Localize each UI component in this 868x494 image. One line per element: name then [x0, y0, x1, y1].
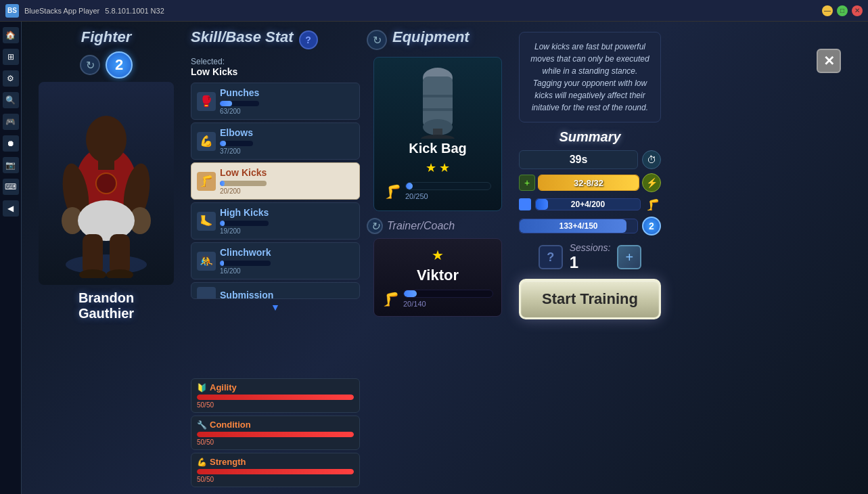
xp-bar-text: 133+4/150	[559, 221, 597, 231]
skill-progress-bar-fill	[536, 199, 548, 210]
punches-icon: 🥊	[197, 92, 216, 111]
kick-bag-stars: ★ ★	[426, 160, 450, 175]
trainer-star: ★	[432, 247, 444, 263]
elbows-label: Elbows	[220, 127, 253, 138]
punches-label: Punches	[220, 87, 259, 98]
agility-bar-bg	[197, 395, 354, 400]
timer-display: 39s	[519, 150, 638, 169]
equipment-section: ↻ Equipment	[367, 28, 509, 487]
low-kicks-bar-bg	[220, 181, 267, 186]
equipment-header: ↻ Equipment	[367, 28, 470, 51]
session-add-button[interactable]: +	[617, 245, 641, 269]
high-kicks-bar-label: 19/200	[220, 227, 269, 235]
trainer-label: Trainer/Coach	[387, 220, 455, 232]
high-kicks-bar-fill	[220, 221, 225, 226]
skills-section: Skill/Base Stat ? Selected: Low Kicks 🥊 …	[191, 28, 360, 487]
svg-rect-18	[423, 108, 453, 111]
skill-item-elbows[interactable]: 💪 Elbows 37/200	[191, 122, 360, 160]
timer-icon: ⏱	[642, 150, 661, 169]
skills-header: Skill/Base Stat ?	[191, 28, 360, 51]
window-controls: — □ ✕	[822, 5, 863, 16]
low-kicks-bar-label: 20/200	[220, 187, 267, 195]
minimize-button[interactable]: —	[822, 5, 833, 16]
app-logo: BS	[5, 4, 19, 18]
star-1: ★	[426, 160, 436, 175]
skills-help-button[interactable]: ?	[299, 30, 318, 49]
fighter-refresh-button[interactable]: ↻	[80, 55, 100, 75]
strength-label: 💪 Strength	[197, 457, 354, 467]
sidebar-macro-icon[interactable]: ⏺	[3, 135, 19, 152]
svg-rect-17	[423, 95, 453, 97]
sidebar-search-icon[interactable]: 🔍	[3, 92, 19, 108]
sidebar-game-icon[interactable]: 🎮	[3, 114, 19, 130]
xp-level-badge: 2	[642, 217, 661, 235]
kick-bag-bar-bg	[405, 182, 491, 190]
selected-skill-name: Low Kicks	[191, 66, 237, 77]
sidebar-keyboard-icon[interactable]: ⌨	[3, 179, 19, 195]
sidebar-home-icon[interactable]: 🏠	[3, 27, 19, 43]
agility-bar-fill	[197, 395, 354, 400]
svg-rect-9	[83, 234, 103, 275]
skills-title: Skill/Base Stat	[191, 28, 294, 46]
strength-bar-label: 50/50	[197, 476, 354, 483]
start-training-button[interactable]: Start Training	[519, 279, 661, 319]
skill-item-clinchwork[interactable]: 🤼 Clinchwork 16/200	[191, 242, 360, 279]
elbows-bar-label: 37/200	[220, 148, 253, 155]
kick-bag-name: Kick Bag	[409, 141, 467, 156]
fighter-section: Fighter ↻ 2	[28, 28, 184, 487]
summary-section: Low kicks are fast but powerful moves th…	[516, 28, 664, 487]
skill-item-low-kicks[interactable]: 🦵 Low Kicks 20/200	[191, 162, 360, 200]
svg-point-8	[78, 200, 135, 241]
skill-item-high-kicks[interactable]: 🦶 High Kicks 19/200	[191, 202, 360, 240]
strength-bar-bg	[197, 469, 354, 474]
trainer-progress-row: 🦵 20/140	[382, 290, 493, 308]
svg-rect-10	[110, 234, 130, 275]
energy-add-button[interactable]: +	[519, 175, 535, 191]
close-window-button[interactable]: ✕	[852, 5, 863, 16]
equipment-display: Kick Bag ★ ★ 🦵 20/250	[373, 57, 502, 211]
eq-leg-icon: 🦵	[384, 183, 401, 200]
fighter-level-badge: 2	[106, 51, 133, 78]
skill-progress-indicator	[519, 198, 531, 210]
sidebar-camera-icon[interactable]: 📷	[3, 157, 19, 173]
svg-point-0	[66, 254, 147, 275]
submission-label: Submission	[220, 290, 273, 299]
clinchwork-bar-fill	[220, 261, 224, 266]
agility-label: 🔰 Agility	[197, 382, 354, 392]
kick-bag-svg	[414, 64, 461, 139]
low-kicks-label: Low Kicks	[220, 167, 267, 178]
sidebar-apps-icon[interactable]: ⊞	[3, 49, 19, 65]
trainer-refresh-button[interactable]: ↻	[367, 218, 383, 234]
title-bar: BS BlueStacks App Player 5.8.101.1001 N3…	[0, 0, 868, 22]
stat-strength: 💪 Strength 50/50	[191, 453, 360, 487]
skill-item-punches[interactable]: 🥊 Punches 63/200	[191, 83, 360, 120]
sidebar-arrow-icon[interactable]: ◀	[3, 200, 19, 217]
skill-item-submission[interactable]: Submission	[191, 282, 360, 299]
skill-leg-icon: 🦵	[645, 196, 661, 212]
maximize-button[interactable]: □	[837, 5, 848, 16]
skill-progress-row: 20+4/200 🦵	[519, 196, 661, 212]
session-help-button[interactable]: ?	[539, 245, 563, 269]
agility-bar-label: 50/50	[197, 401, 354, 409]
kick-bag-progress-row: 🦵 20/250	[384, 182, 491, 200]
kick-bag-bar-fill	[406, 183, 413, 189]
scroll-down-icon[interactable]: ▼	[191, 302, 360, 313]
strength-bar-fill	[197, 469, 354, 474]
kick-bag-image	[411, 68, 465, 135]
elbows-bar-bg	[220, 141, 253, 146]
fighter-portrait	[39, 82, 174, 285]
skill-progress-bar-bg: 20+4/200	[535, 198, 641, 210]
punches-bar-fill	[220, 101, 232, 106]
sessions-row: ? Sessions: 1 +	[519, 242, 661, 272]
clinchwork-icon: 🤼	[197, 252, 216, 271]
equipment-refresh-button[interactable]: ↻	[367, 30, 387, 50]
skill-progress-text: 20+4/200	[571, 200, 605, 209]
stat-agility: 🔰 Agility 50/50	[191, 378, 360, 413]
energy-row: + 32-8/32 ⚡	[519, 173, 661, 192]
dialog-close-button[interactable]: ✕	[817, 49, 841, 73]
low-kicks-icon: 🦵	[197, 172, 216, 191]
main-content: Fighter ↻ 2	[22, 22, 868, 494]
title-bar-left: BS BlueStacks App Player 5.8.101.1001 N3…	[5, 4, 164, 18]
trainer-leg-icon: 🦵	[382, 291, 399, 307]
sidebar-settings-icon[interactable]: ⚙	[3, 70, 19, 87]
